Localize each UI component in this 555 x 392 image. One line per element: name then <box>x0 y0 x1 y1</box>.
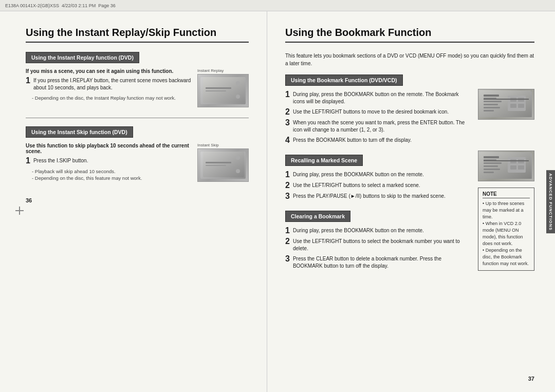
instant-skip-img-label: Instant Skip <box>197 143 249 147</box>
instant-replay-image-col: Instant Replay <box>197 68 249 107</box>
instant-skip-text: Use this function to skip playback 10 se… <box>26 143 192 182</box>
note-box-content: • Up to three scenes may be marked at a … <box>483 200 530 267</box>
svg-point-8 <box>236 156 240 160</box>
svg-rect-16 <box>484 110 494 111</box>
advanced-functions-tab: ADVANCED FUNCTIONS <box>546 170 555 234</box>
svg-rect-23 <box>484 156 499 158</box>
bookmark-function-section: Using the Bookmark Function (DVD/VCD) 1 … <box>285 74 470 144</box>
skip-step-text-1: Press the I.SKIP button. <box>33 157 88 164</box>
left-page-title: Using the Instant Replay/Skip Function <box>26 27 249 43</box>
content-area: Using the Instant Replay/Skip Function U… <box>0 11 555 392</box>
bookmark-img-2-container <box>478 151 534 181</box>
svg-rect-14 <box>484 104 498 105</box>
divider-1 <box>26 118 249 118</box>
recall-step2: 2 Use the LEFT/RIGHT buttons to select a… <box>285 182 470 190</box>
left-page: Using the Instant Replay/Skip Function U… <box>0 11 267 392</box>
bookmark-step3: 3 When you reach the scene you want to m… <box>285 119 470 134</box>
svg-rect-5 <box>203 152 244 177</box>
clear-step2: 2 Use the LEFT/RIGHT buttons to select t… <box>285 238 470 252</box>
skip-note-2: - Depending on the disc, this feature ma… <box>32 175 192 181</box>
device-svg-2 <box>203 152 244 177</box>
svg-rect-33 <box>518 165 524 170</box>
instant-skip-image-col: Instant Skip <box>197 143 249 182</box>
bookmark-device-img-1 <box>478 89 534 120</box>
instant-skip-section: Using the Instant Skip function (DVD) Us… <box>26 126 249 182</box>
bm-num-4: 4 <box>285 136 290 144</box>
side-tab-container: ADVANCED FUNCTIONS <box>546 170 555 234</box>
instant-skip-device-img <box>197 148 249 182</box>
crosshair-left <box>15 207 24 215</box>
note-item-3: • Depending on the disc, the Bookmark fu… <box>483 247 530 267</box>
svg-point-3 <box>236 81 240 85</box>
side-images-col: NOTE • Up to three scenes may be marked … <box>478 74 534 370</box>
recall-num-1: 1 <box>285 171 290 179</box>
note-item-1: • Up to three scenes may be marked at a … <box>483 200 530 220</box>
right-bottom-bar: 37 <box>285 370 534 382</box>
bm-text-1: During play, press the BOOKMARK button o… <box>293 91 470 105</box>
svg-rect-6 <box>206 162 231 163</box>
clear-header: Clearing a Bookmark <box>285 211 350 222</box>
recall-header: Recalling a Marked Scene <box>285 155 363 166</box>
svg-rect-7 <box>206 165 226 166</box>
bm-text-4: Press the BOOKMARK button to turn off th… <box>293 137 412 144</box>
svg-rect-24 <box>484 159 496 161</box>
doc-page: Page 36 <box>98 3 116 8</box>
remote-svg-2 <box>479 152 531 179</box>
instant-skip-header: Using the Instant Skip function (DVD) <box>26 126 133 138</box>
skip-step-number-1: 1 <box>26 157 30 165</box>
left-bottom-bar: 36 <box>26 192 249 203</box>
clear-text-3: Press the CLEAR button to delete a bookm… <box>293 255 470 270</box>
step-number-1: 1 <box>26 77 30 85</box>
clear-text-1: During play, press the BOOKMARK button o… <box>293 227 424 234</box>
svg-rect-27 <box>484 169 500 170</box>
svg-rect-21 <box>518 104 524 108</box>
instant-replay-device-img <box>197 74 249 107</box>
side-tab-text: ADVANCED FUNCTIONS <box>548 173 553 231</box>
recall-num-3: 3 <box>285 192 290 200</box>
bookmark-function-header: Using the Bookmark Function (DVD/VCD) <box>285 74 403 86</box>
recall-section: Recalling a Marked Scene 1 During play, … <box>285 155 470 200</box>
svg-rect-13 <box>484 101 502 102</box>
instant-skip-bold: Use this function to skip playback 10 se… <box>26 143 192 154</box>
top-bar: E138A 00141X-2(GB)XSS 4/22/03 2:11 PM Pa… <box>0 0 555 11</box>
right-columns: Using the Bookmark Function (DVD/VCD) 1 … <box>285 74 534 370</box>
svg-rect-25 <box>484 162 502 164</box>
instant-replay-note-1: - Depending on the disc, the Instant Rep… <box>32 95 192 101</box>
instant-replay-bold: If you miss a scene, you can see it agai… <box>26 68 192 74</box>
bookmark-step2: 2 Use the LEFT/RIGHT buttons to move to … <box>285 108 470 116</box>
note-box-header: NOTE <box>483 191 530 198</box>
clear-text-2: Use the LEFT/RIGHT buttons to select the… <box>293 238 470 252</box>
svg-point-4 <box>236 95 240 99</box>
clear-num-2: 2 <box>285 237 290 246</box>
svg-rect-18 <box>510 98 516 102</box>
bm-num-3: 3 <box>285 119 290 127</box>
instant-replay-text: If you miss a scene, you can see it agai… <box>26 68 192 107</box>
remote-svg-1 <box>479 90 531 117</box>
svg-rect-26 <box>484 165 498 167</box>
doc-date: 4/22/03 2:11 PM <box>62 3 96 8</box>
svg-rect-32 <box>510 165 516 170</box>
svg-rect-19 <box>518 98 524 102</box>
svg-rect-28 <box>484 172 494 173</box>
recall-text-3: Press the PLAY/PAUSE (►/II) buttons to s… <box>293 193 446 200</box>
clear-section: Clearing a Bookmark 1 During play, press… <box>285 211 470 270</box>
bookmark-device-img-2 <box>478 151 534 181</box>
clear-step1: 1 During play, press the BOOKMARK button… <box>285 227 470 235</box>
note-item-2: • When in VCD 2.0 mode (MENU ON mode), t… <box>483 220 530 247</box>
svg-rect-11 <box>484 95 499 97</box>
bm-text-3: When you reach the scene you want to mar… <box>293 119 470 134</box>
instant-skip-notes: - Playback will skip ahead 10 seconds. -… <box>26 168 192 182</box>
recall-step1: 1 During play, press the BOOKMARK button… <box>285 171 470 179</box>
svg-point-9 <box>236 169 240 173</box>
svg-rect-2 <box>206 90 226 91</box>
step-text-1: If you press the I.REPLAY button, the cu… <box>33 77 192 91</box>
svg-rect-1 <box>206 87 231 89</box>
svg-rect-12 <box>484 98 496 99</box>
instant-replay-step1: 1 If you press the I.REPLAY button, the … <box>26 77 192 91</box>
doc-id: E138A 00141X-2(GB)XSS <box>5 3 59 8</box>
instant-skip-content: Use this function to skip playback 10 se… <box>26 143 249 182</box>
bookmark-step4: 4 Press the BOOKMARK button to turn off … <box>285 137 470 144</box>
bm-num-2: 2 <box>285 108 290 116</box>
bm-num-1: 1 <box>285 90 290 99</box>
right-page: ADVANCED FUNCTIONS Using the Bookmark Fu… <box>267 11 555 392</box>
